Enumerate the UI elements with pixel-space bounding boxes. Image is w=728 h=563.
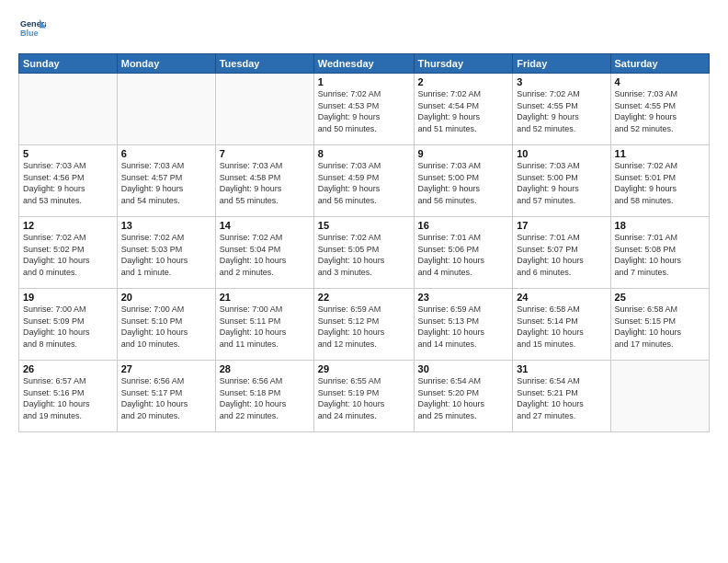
day-number: 15 bbox=[318, 220, 410, 231]
calendar-cell bbox=[610, 361, 709, 432]
calendar-cell: 6Sunrise: 7:03 AMSunset: 4:57 PMDaylight… bbox=[117, 145, 215, 217]
day-info: Sunrise: 7:02 AMSunset: 4:55 PMDaylight:… bbox=[517, 88, 606, 134]
week-row-2: 5Sunrise: 7:03 AMSunset: 4:56 PMDaylight… bbox=[19, 145, 710, 217]
day-number: 18 bbox=[615, 220, 705, 231]
day-info: Sunrise: 7:02 AMSunset: 5:04 PMDaylight:… bbox=[220, 232, 310, 278]
day-info: Sunrise: 7:00 AMSunset: 5:10 PMDaylight:… bbox=[121, 304, 211, 350]
day-info: Sunrise: 7:03 AMSunset: 4:58 PMDaylight:… bbox=[220, 160, 310, 206]
calendar-cell: 2Sunrise: 7:02 AMSunset: 4:54 PMDaylight… bbox=[414, 74, 513, 145]
day-number: 7 bbox=[220, 148, 310, 159]
day-number: 13 bbox=[121, 220, 211, 231]
weekday-header-tuesday: Tuesday bbox=[215, 54, 313, 74]
calendar-cell: 20Sunrise: 7:00 AMSunset: 5:10 PMDayligh… bbox=[117, 289, 215, 361]
day-number: 9 bbox=[418, 148, 509, 159]
day-number: 27 bbox=[121, 363, 211, 374]
calendar-cell: 25Sunrise: 6:58 AMSunset: 5:15 PMDayligh… bbox=[610, 289, 709, 361]
week-row-5: 26Sunrise: 6:57 AMSunset: 5:16 PMDayligh… bbox=[19, 361, 710, 432]
day-info: Sunrise: 7:03 AMSunset: 4:57 PMDaylight:… bbox=[121, 160, 211, 206]
weekday-header-wednesday: Wednesday bbox=[313, 54, 414, 74]
day-info: Sunrise: 7:02 AMSunset: 4:53 PMDaylight:… bbox=[318, 88, 410, 134]
day-number: 30 bbox=[418, 363, 509, 374]
calendar-cell: 13Sunrise: 7:02 AMSunset: 5:03 PMDayligh… bbox=[117, 217, 215, 289]
calendar-cell: 11Sunrise: 7:02 AMSunset: 5:01 PMDayligh… bbox=[610, 145, 709, 217]
day-info: Sunrise: 7:03 AMSunset: 4:59 PMDaylight:… bbox=[318, 160, 410, 206]
weekday-header-thursday: Thursday bbox=[414, 54, 513, 74]
day-number: 26 bbox=[23, 363, 113, 374]
day-number: 17 bbox=[517, 220, 606, 231]
logo-icon: General Blue bbox=[20, 17, 46, 42]
day-info: Sunrise: 7:02 AMSunset: 4:54 PMDaylight:… bbox=[418, 88, 509, 134]
calendar-cell: 14Sunrise: 7:02 AMSunset: 5:04 PMDayligh… bbox=[215, 217, 313, 289]
day-number: 16 bbox=[418, 220, 509, 231]
day-info: Sunrise: 7:02 AMSunset: 5:01 PMDaylight:… bbox=[615, 160, 705, 206]
day-number: 21 bbox=[220, 292, 310, 303]
day-number: 4 bbox=[615, 76, 705, 87]
calendar-cell: 23Sunrise: 6:59 AMSunset: 5:13 PMDayligh… bbox=[414, 289, 513, 361]
calendar-cell: 12Sunrise: 7:02 AMSunset: 5:02 PMDayligh… bbox=[19, 217, 118, 289]
weekday-header-saturday: Saturday bbox=[610, 54, 709, 74]
day-info: Sunrise: 6:57 AMSunset: 5:16 PMDaylight:… bbox=[23, 375, 113, 421]
week-row-1: 1Sunrise: 7:02 AMSunset: 4:53 PMDaylight… bbox=[19, 74, 710, 145]
calendar-cell: 30Sunrise: 6:54 AMSunset: 5:20 PMDayligh… bbox=[414, 361, 513, 432]
calendar-cell: 7Sunrise: 7:03 AMSunset: 4:58 PMDaylight… bbox=[215, 145, 313, 217]
calendar-cell: 28Sunrise: 6:56 AMSunset: 5:18 PMDayligh… bbox=[215, 361, 313, 432]
day-info: Sunrise: 6:58 AMSunset: 5:15 PMDaylight:… bbox=[615, 304, 705, 350]
week-row-3: 12Sunrise: 7:02 AMSunset: 5:02 PMDayligh… bbox=[19, 217, 710, 289]
day-number: 1 bbox=[318, 76, 410, 87]
day-info: Sunrise: 7:02 AMSunset: 5:03 PMDaylight:… bbox=[121, 232, 211, 278]
calendar-cell: 31Sunrise: 6:54 AMSunset: 5:21 PMDayligh… bbox=[513, 361, 610, 432]
calendar-cell: 3Sunrise: 7:02 AMSunset: 4:55 PMDaylight… bbox=[513, 74, 610, 145]
calendar-cell: 22Sunrise: 6:59 AMSunset: 5:12 PMDayligh… bbox=[313, 289, 414, 361]
day-number: 2 bbox=[418, 76, 509, 87]
day-info: Sunrise: 7:02 AMSunset: 5:05 PMDaylight:… bbox=[318, 232, 410, 278]
day-info: Sunrise: 7:01 AMSunset: 5:07 PMDaylight:… bbox=[517, 232, 606, 278]
day-info: Sunrise: 6:59 AMSunset: 5:13 PMDaylight:… bbox=[418, 304, 509, 350]
week-row-4: 19Sunrise: 7:00 AMSunset: 5:09 PMDayligh… bbox=[19, 289, 710, 361]
calendar-cell: 18Sunrise: 7:01 AMSunset: 5:08 PMDayligh… bbox=[610, 217, 709, 289]
day-number: 20 bbox=[121, 292, 211, 303]
day-info: Sunrise: 6:56 AMSunset: 5:18 PMDaylight:… bbox=[220, 375, 310, 421]
day-info: Sunrise: 7:01 AMSunset: 5:08 PMDaylight:… bbox=[615, 232, 705, 278]
day-number: 25 bbox=[615, 292, 705, 303]
day-info: Sunrise: 7:00 AMSunset: 5:09 PMDaylight:… bbox=[23, 304, 113, 350]
logo: General Blue bbox=[18, 17, 46, 46]
calendar-cell: 24Sunrise: 6:58 AMSunset: 5:14 PMDayligh… bbox=[513, 289, 610, 361]
calendar-cell bbox=[19, 74, 118, 145]
calendar-cell: 15Sunrise: 7:02 AMSunset: 5:05 PMDayligh… bbox=[313, 217, 414, 289]
day-info: Sunrise: 7:03 AMSunset: 5:00 PMDaylight:… bbox=[418, 160, 509, 206]
weekday-header-sunday: Sunday bbox=[19, 54, 118, 74]
day-number: 23 bbox=[418, 292, 509, 303]
day-number: 19 bbox=[23, 292, 113, 303]
calendar-cell: 16Sunrise: 7:01 AMSunset: 5:06 PMDayligh… bbox=[414, 217, 513, 289]
day-info: Sunrise: 7:02 AMSunset: 5:02 PMDaylight:… bbox=[23, 232, 113, 278]
weekday-header-row: SundayMondayTuesdayWednesdayThursdayFrid… bbox=[19, 54, 710, 74]
calendar-cell: 5Sunrise: 7:03 AMSunset: 4:56 PMDaylight… bbox=[19, 145, 118, 217]
calendar-cell: 27Sunrise: 6:56 AMSunset: 5:17 PMDayligh… bbox=[117, 361, 215, 432]
day-number: 5 bbox=[23, 148, 113, 159]
page: General Blue SundayMondayTuesdayWednesda… bbox=[0, 0, 728, 563]
calendar-cell: 17Sunrise: 7:01 AMSunset: 5:07 PMDayligh… bbox=[513, 217, 610, 289]
calendar-cell: 4Sunrise: 7:03 AMSunset: 4:55 PMDaylight… bbox=[610, 74, 709, 145]
calendar-cell bbox=[117, 74, 215, 145]
day-number: 24 bbox=[517, 292, 606, 303]
day-number: 10 bbox=[517, 148, 606, 159]
calendar-cell: 19Sunrise: 7:00 AMSunset: 5:09 PMDayligh… bbox=[19, 289, 118, 361]
day-info: Sunrise: 7:03 AMSunset: 4:55 PMDaylight:… bbox=[615, 88, 705, 134]
weekday-header-friday: Friday bbox=[513, 54, 610, 74]
calendar-cell: 8Sunrise: 7:03 AMSunset: 4:59 PMDaylight… bbox=[313, 145, 414, 217]
day-number: 8 bbox=[318, 148, 410, 159]
day-number: 11 bbox=[615, 148, 705, 159]
calendar-cell: 9Sunrise: 7:03 AMSunset: 5:00 PMDaylight… bbox=[414, 145, 513, 217]
day-number: 14 bbox=[220, 220, 310, 231]
day-number: 28 bbox=[220, 363, 310, 374]
day-info: Sunrise: 6:58 AMSunset: 5:14 PMDaylight:… bbox=[517, 304, 606, 350]
day-info: Sunrise: 7:03 AMSunset: 5:00 PMDaylight:… bbox=[517, 160, 606, 206]
day-info: Sunrise: 7:01 AMSunset: 5:06 PMDaylight:… bbox=[418, 232, 509, 278]
day-info: Sunrise: 6:54 AMSunset: 5:20 PMDaylight:… bbox=[418, 375, 509, 421]
day-info: Sunrise: 7:00 AMSunset: 5:11 PMDaylight:… bbox=[220, 304, 310, 350]
calendar-cell bbox=[215, 74, 313, 145]
calendar-cell: 26Sunrise: 6:57 AMSunset: 5:16 PMDayligh… bbox=[19, 361, 118, 432]
day-number: 31 bbox=[517, 363, 606, 374]
day-number: 12 bbox=[23, 220, 113, 231]
header: General Blue bbox=[18, 17, 710, 46]
